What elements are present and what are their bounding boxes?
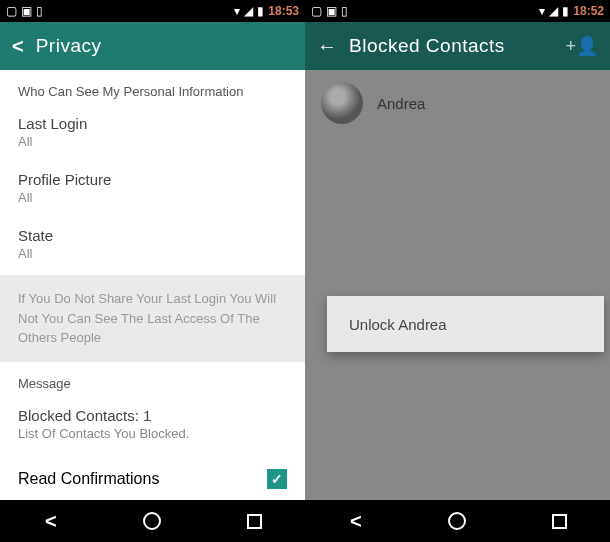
unlock-popup[interactable]: Unlock Andrea (327, 296, 604, 352)
nav-recent-button[interactable] (234, 501, 274, 541)
battery-icon: ▮ (562, 4, 569, 18)
last-login-title: Last Login (18, 115, 287, 132)
cast-icon: ▣ (21, 4, 32, 18)
last-login-note: If You Do Not Share Your Last Login You … (0, 275, 305, 362)
phone-icon: ▢ (6, 4, 17, 18)
privacy-screen: ▢ ▣ ▯ ▾ ◢ ▮ 18:53 < Privacy Who Can See … (0, 0, 305, 542)
back-icon[interactable]: < (12, 35, 24, 58)
info-section-header: Who Can See My Personal Information (0, 70, 305, 107)
blocked-contact-row[interactable]: Andrea (305, 70, 610, 136)
profile-picture-value: All (18, 190, 287, 205)
nav-recent-button[interactable] (539, 501, 579, 541)
nav-back-button[interactable]: < (336, 501, 376, 541)
blocked-contacts-screen: ▢ ▣ ▯ ▾ ◢ ▮ 18:52 ← Blocked Contacts +👤 … (305, 0, 610, 542)
last-login-value: All (18, 134, 287, 149)
last-login-option[interactable]: Last Login All (0, 107, 305, 163)
read-confirmations-row[interactable]: Read Confirmations ✓ (0, 455, 305, 501)
nav-home-button[interactable] (132, 501, 172, 541)
state-option[interactable]: State All (0, 219, 305, 275)
read-confirmations-checkbox[interactable]: ✓ (267, 469, 287, 489)
phone-icon: ▢ (311, 4, 322, 18)
status-bar: ▢ ▣ ▯ ▾ ◢ ▮ 18:53 (0, 0, 305, 22)
profile-picture-title: Profile Picture (18, 171, 287, 188)
message-section-header: Message (0, 362, 305, 399)
avatar (321, 82, 363, 124)
blocked-appbar: ← Blocked Contacts +👤 (305, 22, 610, 70)
privacy-appbar: < Privacy (0, 22, 305, 70)
cast-icon: ▣ (326, 4, 337, 18)
signal-icon: ◢ (549, 4, 558, 18)
nav-home-button[interactable] (437, 501, 477, 541)
nav-bar: < (305, 500, 610, 542)
contact-name: Andrea (377, 95, 425, 112)
read-confirmations-label: Read Confirmations (18, 470, 159, 488)
blocked-contacts-subtitle: List Of Contacts You Blocked. (18, 426, 287, 441)
signal-icon: ◢ (244, 4, 253, 18)
privacy-content: Who Can See My Personal Information Last… (0, 70, 305, 500)
nav-back-button[interactable]: < (31, 501, 71, 541)
status-bar: ▢ ▣ ▯ ▾ ◢ ▮ 18:52 (305, 0, 610, 22)
wifi-icon: ▾ (539, 4, 545, 18)
blocked-contacts-title: Blocked Contacts: 1 (18, 407, 287, 424)
state-title: State (18, 227, 287, 244)
wifi-icon: ▾ (234, 4, 240, 18)
blocked-contacts-option[interactable]: Blocked Contacts: 1 List Of Contacts You… (0, 399, 305, 455)
profile-picture-option[interactable]: Profile Picture All (0, 163, 305, 219)
battery-icon: ▮ (257, 4, 264, 18)
nav-bar: < (0, 500, 305, 542)
device-icon: ▯ (36, 4, 43, 18)
blocked-content: Andrea Unlock Andrea (305, 70, 610, 500)
page-title: Privacy (36, 35, 102, 57)
state-value: All (18, 246, 287, 261)
page-title: Blocked Contacts (349, 35, 505, 57)
clock: 18:52 (573, 4, 604, 18)
back-arrow-icon[interactable]: ← (317, 35, 337, 58)
unlock-label: Unlock Andrea (349, 316, 447, 333)
device-icon: ▯ (341, 4, 348, 18)
add-contact-icon[interactable]: +👤 (565, 35, 598, 57)
clock: 18:53 (268, 4, 299, 18)
